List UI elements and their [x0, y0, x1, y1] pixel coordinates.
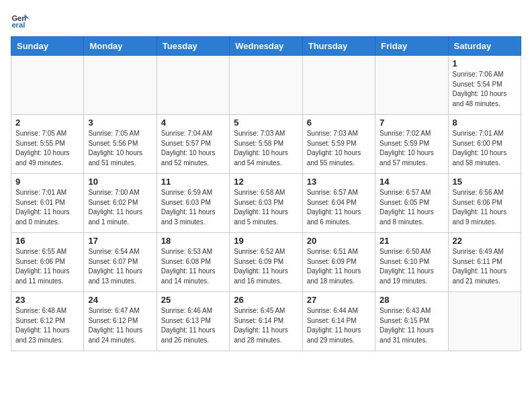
calendar-cell: 16 Sunrise: 6:55 AMSunset: 6:06 PMDaylig…: [11, 233, 84, 292]
day-number: 20: [307, 236, 371, 246]
day-info: Sunrise: 7:03 AMSunset: 5:59 PMDaylight:…: [307, 129, 371, 168]
day-info: Sunrise: 6:56 AMSunset: 6:06 PMDaylight:…: [453, 188, 517, 227]
day-info: Sunrise: 6:58 AMSunset: 6:03 PMDaylight:…: [234, 188, 298, 227]
day-number: 19: [234, 236, 298, 246]
day-number: 13: [307, 177, 371, 187]
day-info: Sunrise: 7:01 AMSunset: 6:00 PMDaylight:…: [453, 129, 517, 168]
day-info: Sunrise: 6:43 AMSunset: 6:15 PMDaylight:…: [380, 306, 443, 345]
calendar-cell: 5 Sunrise: 7:03 AMSunset: 5:58 PMDayligh…: [230, 115, 302, 174]
day-info: Sunrise: 6:52 AMSunset: 6:09 PMDaylight:…: [234, 247, 298, 286]
week-row-2: 2 Sunrise: 7:05 AMSunset: 5:55 PMDayligh…: [11, 115, 521, 174]
svg-text:eral: eral: [11, 21, 25, 29]
calendar-cell: 22 Sunrise: 6:49 AMSunset: 6:11 PMDaylig…: [448, 233, 521, 292]
day-info: Sunrise: 6:59 AMSunset: 6:03 PMDaylight:…: [161, 188, 225, 227]
day-number: 25: [161, 295, 225, 305]
calendar-cell: 28 Sunrise: 6:43 AMSunset: 6:15 PMDaylig…: [375, 292, 448, 351]
calendar-cell: 9 Sunrise: 7:01 AMSunset: 6:01 PMDayligh…: [11, 174, 84, 233]
day-number: 7: [380, 118, 443, 128]
day-number: 12: [234, 177, 298, 187]
day-number: 15: [453, 177, 517, 187]
day-number: 8: [453, 118, 517, 128]
weekday-header-monday: Monday: [84, 37, 157, 56]
calendar-cell: 15 Sunrise: 6:56 AMSunset: 6:06 PMDaylig…: [448, 174, 521, 233]
calendar-cell: [11, 56, 84, 115]
day-info: Sunrise: 6:57 AMSunset: 6:04 PMDaylight:…: [307, 188, 371, 227]
calendar-cell: [157, 56, 229, 115]
day-number: 18: [161, 236, 225, 246]
day-number: 27: [307, 295, 371, 305]
weekday-header-sunday: Sunday: [11, 37, 84, 56]
calendar-cell: 25 Sunrise: 6:46 AMSunset: 6:13 PMDaylig…: [157, 292, 229, 351]
calendar-cell: 20 Sunrise: 6:51 AMSunset: 6:09 PMDaylig…: [302, 233, 375, 292]
day-info: Sunrise: 7:01 AMSunset: 6:01 PMDaylight:…: [15, 188, 79, 227]
day-info: Sunrise: 6:46 AMSunset: 6:13 PMDaylight:…: [161, 306, 225, 345]
day-number: 4: [161, 118, 225, 128]
day-info: Sunrise: 6:47 AMSunset: 6:12 PMDaylight:…: [88, 306, 152, 345]
calendar-cell: 18 Sunrise: 6:53 AMSunset: 6:08 PMDaylig…: [157, 233, 229, 292]
day-number: 26: [234, 295, 298, 305]
calendar-cell: 14 Sunrise: 6:57 AMSunset: 6:05 PMDaylig…: [375, 174, 448, 233]
day-number: 11: [161, 177, 225, 187]
day-info: Sunrise: 7:05 AMSunset: 5:55 PMDaylight:…: [15, 129, 79, 168]
calendar-cell: 21 Sunrise: 6:50 AMSunset: 6:10 PMDaylig…: [375, 233, 448, 292]
day-info: Sunrise: 6:55 AMSunset: 6:06 PMDaylight:…: [15, 247, 79, 286]
calendar-cell: 17 Sunrise: 6:54 AMSunset: 6:07 PMDaylig…: [84, 233, 157, 292]
calendar-cell: 3 Sunrise: 7:05 AMSunset: 5:56 PMDayligh…: [84, 115, 157, 174]
calendar-cell: 7 Sunrise: 7:02 AMSunset: 5:59 PMDayligh…: [375, 115, 448, 174]
day-info: Sunrise: 7:04 AMSunset: 5:57 PMDaylight:…: [161, 129, 225, 168]
day-number: 2: [15, 118, 79, 128]
day-number: 17: [88, 236, 152, 246]
day-info: Sunrise: 6:50 AMSunset: 6:10 PMDaylight:…: [380, 247, 443, 286]
logo: Gen eral: [11, 11, 32, 30]
day-number: 9: [15, 177, 79, 187]
day-number: 3: [88, 118, 152, 128]
calendar-table: SundayMondayTuesdayWednesdayThursdayFrid…: [11, 36, 521, 351]
day-info: Sunrise: 7:00 AMSunset: 6:02 PMDaylight:…: [88, 188, 152, 227]
calendar-cell: 1 Sunrise: 7:06 AMSunset: 5:54 PMDayligh…: [448, 56, 521, 115]
calendar-cell: 13 Sunrise: 6:57 AMSunset: 6:04 PMDaylig…: [302, 174, 375, 233]
calendar-cell: [448, 292, 521, 351]
day-number: 10: [88, 177, 152, 187]
day-info: Sunrise: 6:49 AMSunset: 6:11 PMDaylight:…: [453, 247, 517, 286]
day-info: Sunrise: 6:44 AMSunset: 6:14 PMDaylight:…: [307, 306, 371, 345]
calendar-cell: 23 Sunrise: 6:48 AMSunset: 6:12 PMDaylig…: [11, 292, 84, 351]
weekday-header-friday: Friday: [375, 37, 448, 56]
week-row-1: 1 Sunrise: 7:06 AMSunset: 5:54 PMDayligh…: [11, 56, 521, 115]
day-info: Sunrise: 6:45 AMSunset: 6:14 PMDaylight:…: [234, 306, 298, 345]
week-row-3: 9 Sunrise: 7:01 AMSunset: 6:01 PMDayligh…: [11, 174, 521, 233]
day-number: 22: [453, 236, 517, 246]
day-info: Sunrise: 7:06 AMSunset: 5:54 PMDaylight:…: [453, 70, 517, 109]
day-info: Sunrise: 7:03 AMSunset: 5:58 PMDaylight:…: [234, 129, 298, 168]
day-info: Sunrise: 7:05 AMSunset: 5:56 PMDaylight:…: [88, 129, 152, 168]
day-number: 23: [15, 295, 79, 305]
week-row-4: 16 Sunrise: 6:55 AMSunset: 6:06 PMDaylig…: [11, 233, 521, 292]
weekday-header-saturday: Saturday: [448, 37, 521, 56]
day-number: 5: [234, 118, 298, 128]
calendar-cell: 19 Sunrise: 6:52 AMSunset: 6:09 PMDaylig…: [230, 233, 302, 292]
day-number: 16: [15, 236, 79, 246]
calendar-cell: [302, 56, 375, 115]
week-row-5: 23 Sunrise: 6:48 AMSunset: 6:12 PMDaylig…: [11, 292, 521, 351]
calendar-cell: 24 Sunrise: 6:47 AMSunset: 6:12 PMDaylig…: [84, 292, 157, 351]
calendar-cell: 11 Sunrise: 6:59 AMSunset: 6:03 PMDaylig…: [157, 174, 229, 233]
calendar-cell: 26 Sunrise: 6:45 AMSunset: 6:14 PMDaylig…: [230, 292, 302, 351]
day-info: Sunrise: 6:51 AMSunset: 6:09 PMDaylight:…: [307, 247, 371, 286]
weekday-header-thursday: Thursday: [302, 37, 375, 56]
day-number: 21: [380, 236, 443, 246]
calendar-cell: 27 Sunrise: 6:44 AMSunset: 6:14 PMDaylig…: [302, 292, 375, 351]
day-number: 14: [380, 177, 443, 187]
logo-icon: Gen eral: [11, 11, 30, 30]
weekday-header-tuesday: Tuesday: [157, 37, 229, 56]
day-info: Sunrise: 6:57 AMSunset: 6:05 PMDaylight:…: [380, 188, 443, 227]
calendar-cell: [230, 56, 302, 115]
day-info: Sunrise: 6:54 AMSunset: 6:07 PMDaylight:…: [88, 247, 152, 286]
day-number: 24: [88, 295, 152, 305]
page-header: Gen eral: [11, 11, 521, 30]
calendar-cell: 2 Sunrise: 7:05 AMSunset: 5:55 PMDayligh…: [11, 115, 84, 174]
day-info: Sunrise: 7:02 AMSunset: 5:59 PMDaylight:…: [380, 129, 443, 168]
calendar-cell: [84, 56, 157, 115]
calendar-cell: 6 Sunrise: 7:03 AMSunset: 5:59 PMDayligh…: [302, 115, 375, 174]
calendar-cell: 4 Sunrise: 7:04 AMSunset: 5:57 PMDayligh…: [157, 115, 229, 174]
calendar-header-row: SundayMondayTuesdayWednesdayThursdayFrid…: [11, 37, 521, 56]
calendar-cell: 10 Sunrise: 7:00 AMSunset: 6:02 PMDaylig…: [84, 174, 157, 233]
